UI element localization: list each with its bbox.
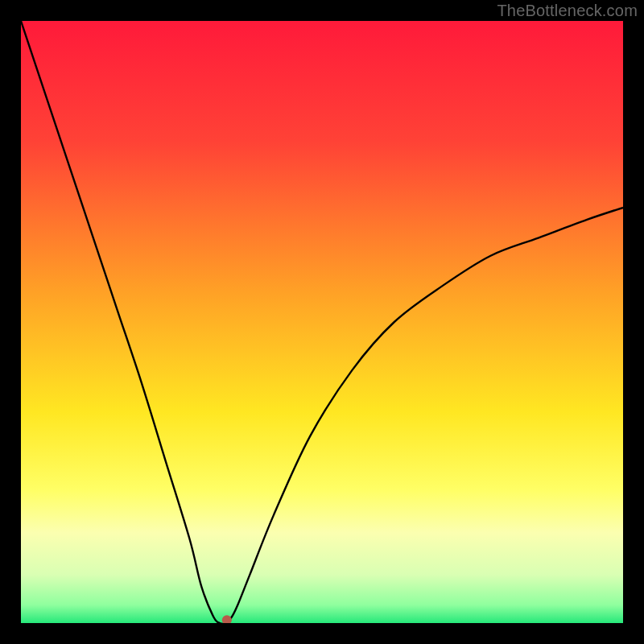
curve-layer (21, 21, 623, 623)
optimum-marker (222, 615, 232, 623)
bottleneck-curve (21, 21, 623, 623)
watermark-text: TheBottleneck.com (497, 2, 638, 20)
chart-frame: TheBottleneck.com (0, 0, 644, 644)
plot-area (21, 21, 623, 623)
